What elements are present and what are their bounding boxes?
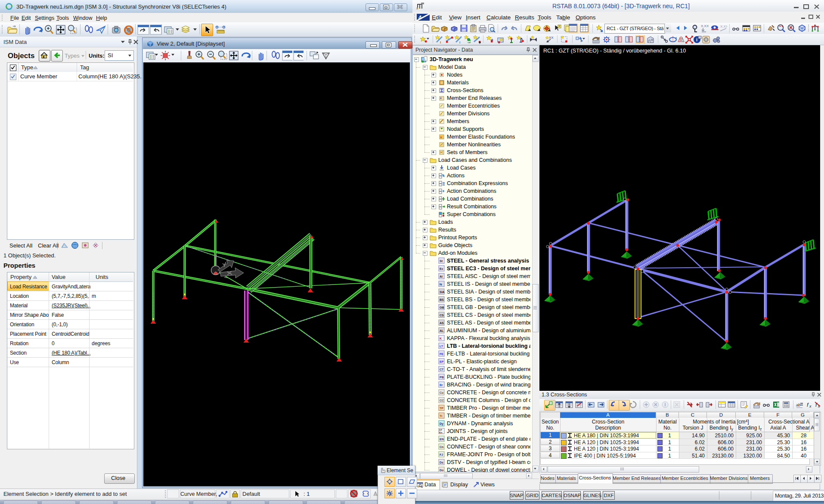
svg-text:FE: FE [440, 352, 443, 356]
svg-text:Ti: Ti [440, 414, 442, 417]
svg-text:Ai: Ai [440, 275, 443, 278]
svg-text:CS: CS [440, 314, 444, 317]
svg-text:AS: AS [440, 322, 444, 325]
svg-text:EN: EN [440, 438, 444, 441]
svg-text:I: I [440, 40, 441, 44]
svg-text:BS: BS [440, 298, 444, 301]
svg-text:Co: Co [440, 391, 443, 394]
svg-text:8: 8 [416, 6, 418, 10]
svg-text:PB: PB [440, 376, 444, 379]
svg-text:CT: CT [440, 368, 444, 371]
svg-text:w: w [440, 136, 443, 139]
svg-text:XX: XX [549, 36, 554, 40]
svg-text:Br: Br [440, 383, 443, 387]
svg-text:f: f [807, 402, 809, 408]
svg-text:TP: TP [440, 407, 443, 410]
svg-text:x: x [809, 404, 812, 408]
svg-text:Cn: Cn [440, 445, 443, 448]
svg-text:I: I [459, 40, 460, 44]
svg-text:LT: LT [440, 345, 443, 348]
svg-text:Kn: Kn [439, 431, 443, 434]
svg-text:Dy: Dy [440, 422, 443, 426]
svg-text:Ds: Ds [440, 461, 443, 464]
svg-text:FJ: FJ [440, 453, 443, 456]
svg-text:X.XX: X.XX [701, 24, 709, 28]
svg-text:St: St [440, 260, 443, 263]
svg-text:Is: Is [440, 283, 442, 286]
svg-text:GB: GB [440, 306, 444, 309]
svg-text:4: 4 [418, 14, 422, 21]
svg-text:ab: ab [796, 403, 800, 407]
svg-text:Do: Do [440, 469, 443, 472]
svg-text:SIA: SIA [440, 291, 445, 294]
svg-text:K: K [440, 337, 442, 340]
svg-text:CC: CC [440, 399, 444, 402]
svg-text:i: i [696, 37, 697, 42]
svg-text:Ec: Ec [440, 267, 443, 270]
svg-text:AL: AL [440, 329, 444, 332]
svg-text:EP: EP [440, 360, 444, 363]
svg-text:X.XX: X.XX [720, 25, 727, 28]
